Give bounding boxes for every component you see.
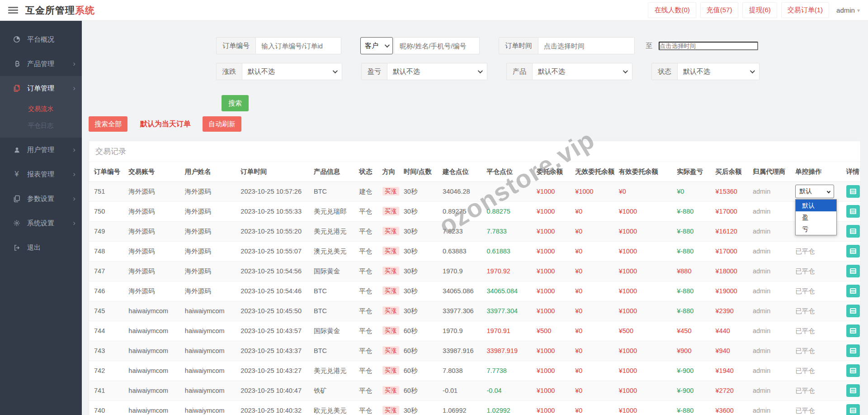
dropdown-option[interactable]: 默认: [796, 200, 836, 211]
direction-badge: 买涨: [382, 247, 399, 255]
detail-button[interactable]: [846, 285, 860, 297]
cell-entrust-balance: ¥1000: [532, 301, 570, 321]
customer-input[interactable]: [394, 37, 480, 54]
cell-entrust-balance: ¥1000: [532, 341, 570, 361]
detail-button[interactable]: [846, 205, 860, 218]
cell-detail: [841, 381, 860, 401]
detail-icon: [850, 308, 856, 314]
cell-agent: admin: [748, 301, 790, 321]
column-header: 状态: [354, 162, 377, 181]
cell-status: 平仓: [354, 241, 377, 261]
status-group: 状态 默认不选: [651, 63, 760, 80]
today-orders-note: 默认为当天订单: [140, 119, 191, 129]
row-control-select[interactable]: 默认: [795, 185, 834, 198]
cell-duration: 30秒: [399, 221, 438, 241]
cell-close-price: 1.02992: [482, 401, 532, 415]
sidebar-item-parameter-settings[interactable]: 参数设置 ›: [0, 186, 82, 211]
chevron-down-icon: [750, 68, 755, 73]
sidebar-item-user-management[interactable]: 用户管理 ›: [0, 138, 82, 162]
yingkui-select[interactable]: 默认不选: [387, 63, 487, 80]
order-no-input[interactable]: [255, 37, 341, 54]
search-all-button[interactable]: 搜索全部: [89, 116, 127, 132]
sidebar-item-order-management[interactable]: 订单管理 ›: [0, 76, 82, 100]
cell-valid-entrust: ¥1000: [614, 261, 672, 281]
product-value: 默认不选: [538, 67, 565, 76]
cell-close-price: [482, 181, 532, 201]
customer-type-select[interactable]: 客户: [360, 37, 393, 54]
dropdown-option[interactable]: 亏: [796, 223, 836, 235]
cell-account: haiwaiymcom: [123, 401, 180, 415]
cell-product: BTC: [309, 281, 354, 301]
search-button[interactable]: 搜索: [222, 95, 249, 111]
sidebar-subitem-trade-flow[interactable]: 交易流水: [0, 100, 82, 117]
sidebar: 平台概况 产品管理 › 订单管理 › 交易流水 平仓日志 用户管理 › ¥ 报表…: [0, 21, 82, 415]
product-select[interactable]: 默认不选: [532, 63, 632, 80]
detail-icon: [850, 348, 856, 353]
online-users-button[interactable]: 在线人数(0): [648, 2, 696, 18]
sidebar-item-logout[interactable]: 退出: [0, 235, 82, 260]
cell-duration: 30秒: [399, 241, 438, 261]
cell-after-balance: ¥18000: [711, 261, 748, 281]
withdraw-button[interactable]: 提现(6): [742, 2, 777, 18]
status-select[interactable]: 默认不选: [677, 63, 760, 80]
cell-order-time: 2023-10-25 10:40:47: [236, 381, 309, 401]
sidebar-item-platform-overview[interactable]: 平台概况: [0, 27, 82, 52]
username: admin: [836, 6, 855, 14]
cell-order-time: 2023-10-25 10:43:37: [236, 341, 309, 361]
cell-account: haiwaiymcom: [123, 341, 180, 361]
cell-username: 海外源码: [180, 241, 236, 261]
detail-icon: [850, 248, 856, 254]
detail-icon: [850, 408, 856, 413]
detail-button[interactable]: [846, 364, 860, 377]
time-end-input[interactable]: [659, 42, 758, 50]
cell-entrust-balance: ¥1000: [532, 361, 570, 381]
chevron-down-icon: [333, 68, 338, 73]
time-start-input[interactable]: [538, 37, 635, 54]
detail-button[interactable]: [846, 305, 860, 317]
cell-direction: 买涨: [377, 321, 399, 341]
sidebar-item-report-management[interactable]: ¥ 报表管理 ›: [0, 162, 82, 186]
zhangdie-label: 涨跌: [216, 63, 242, 80]
detail-button[interactable]: [846, 384, 860, 397]
auto-refresh-button[interactable]: 自动刷新: [203, 116, 241, 132]
cell-product: 美元兑港元: [309, 361, 354, 381]
cell-agent: admin: [748, 241, 790, 261]
detail-button[interactable]: [846, 404, 860, 415]
dropdown-option[interactable]: 盈: [796, 211, 836, 223]
user-menu[interactable]: admin ▾: [836, 6, 860, 14]
sidebar-item-product-management[interactable]: 产品管理 ›: [0, 52, 82, 76]
cell-order-time: 2023-10-25 10:54:56: [236, 261, 309, 281]
column-header: 平仓点位: [482, 162, 532, 181]
direction-badge: 买涨: [382, 227, 399, 235]
cell-order-time: 2023-10-25 10:43:57: [236, 321, 309, 341]
cell-close-price: 0.61883: [482, 241, 532, 261]
zhangdie-select[interactable]: 默认不选: [242, 63, 342, 80]
cell-after-balance: ¥3600: [711, 401, 748, 415]
detail-button[interactable]: [846, 245, 860, 258]
sidebar-item-system-settings[interactable]: 系统设置 ›: [0, 211, 82, 235]
cell-username: 海外源码: [180, 181, 236, 201]
gear-icon: [12, 219, 21, 227]
sidebar-subitem-close-log[interactable]: 平仓日志: [0, 117, 82, 134]
detail-button[interactable]: [846, 225, 860, 238]
cell-close-price: 7.7833: [482, 221, 532, 241]
order-no-label: 订单编号: [216, 37, 255, 54]
cell-duration: 30秒: [399, 281, 438, 301]
detail-button[interactable]: [846, 344, 860, 357]
chevron-right-icon: ›: [73, 194, 75, 203]
trade-orders-button[interactable]: 交易订单(1): [781, 2, 829, 18]
menu-toggle-icon[interactable]: [8, 5, 18, 15]
detail-button[interactable]: [846, 185, 860, 198]
cell-actual-profit: ¥880: [672, 261, 710, 281]
chevron-down-icon: [478, 68, 483, 73]
cell-username: haiwaiymcom: [180, 401, 236, 415]
cell-product: 欧元兑美元: [309, 401, 354, 415]
cell-open-price: 0.89275: [438, 201, 481, 221]
detail-button[interactable]: [846, 324, 860, 337]
cell-close-price: 1970.92: [482, 261, 532, 281]
cell-invalid-entrust: ¥0: [570, 401, 613, 415]
column-header: 买后余额: [711, 162, 748, 181]
detail-icon: [850, 209, 856, 214]
recharge-button[interactable]: 充值(57): [700, 2, 739, 18]
detail-button[interactable]: [846, 265, 860, 277]
